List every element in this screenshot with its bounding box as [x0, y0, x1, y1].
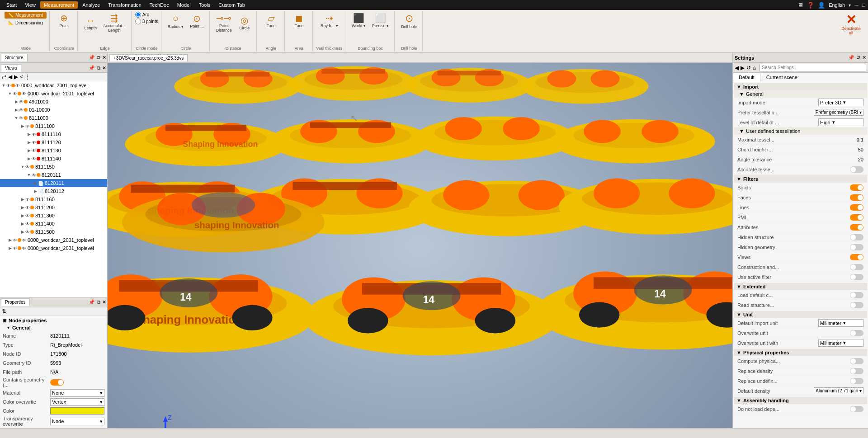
tree-item[interactable]: ▶👁8111110: [0, 130, 107, 138]
pin-props-icon[interactable]: 📌: [89, 299, 95, 305]
tree-item[interactable]: ▶👁8111200: [0, 203, 107, 212]
unit-section-header[interactable]: ▼ Unit: [734, 311, 867, 318]
menu-model[interactable]: Model: [174, 1, 194, 9]
replace-density-toggle[interactable]: [850, 368, 863, 374]
accurate-tess-toggle[interactable]: [850, 166, 863, 173]
tree-item[interactable]: ▼👁8120111: [0, 171, 107, 179]
sort-props-icon[interactable]: ⇅: [2, 308, 6, 315]
chevron-down-icon[interactable]: ▾: [849, 3, 851, 8]
precise-button[interactable]: ⬜ Precise ▾: [369, 12, 392, 30]
tree-item[interactable]: ▶👁8111400: [0, 220, 107, 228]
read-struct-toggle[interactable]: [850, 302, 863, 308]
hidden-struct-toggle[interactable]: [850, 234, 863, 240]
overwrite-unit-toggle[interactable]: [850, 330, 863, 336]
tree-item[interactable]: ▼👁👁0000_worldcar_2001_toplevel: [0, 81, 107, 89]
maximize-icon[interactable]: □: [862, 2, 865, 8]
overwrite-unit-with-dropdown[interactable]: Millimeter ▾: [818, 339, 863, 347]
settings-default-tab[interactable]: Default: [733, 73, 760, 82]
tree-item[interactable]: ▼👁8111150: [0, 163, 107, 171]
float-props-icon[interactable]: ⧉: [97, 299, 100, 305]
help-icon[interactable]: ❓: [807, 2, 814, 9]
prev-icon[interactable]: ◀: [8, 74, 12, 80]
color-swatch[interactable]: [50, 407, 104, 414]
tree-item[interactable]: ▶👁👁0000_worldcar_2001_toplevel: [0, 244, 107, 252]
tree-toggle-icon[interactable]: ▶: [26, 132, 32, 137]
tree-toggle-icon[interactable]: ▶: [26, 156, 32, 161]
monitor-icon[interactable]: 🖥: [797, 2, 803, 9]
tree-toggle-icon[interactable]: ▶: [20, 221, 25, 226]
default-density-dropdown[interactable]: Aluminium (2.71 g/cn ▾: [814, 387, 863, 394]
import-mode-dropdown[interactable]: Prefer 3D ▾: [818, 99, 863, 106]
tree-item[interactable]: ▶👁8111160: [0, 195, 107, 203]
arc-radio[interactable]: Arc: [135, 12, 158, 18]
circle-distance-button[interactable]: ◎ Circle: [236, 14, 254, 32]
settings-nav-back[interactable]: ◀: [735, 65, 739, 71]
dimensioning-mode-button[interactable]: 📐 Dimensioning: [5, 19, 47, 26]
tree-toggle-icon[interactable]: ▼: [14, 116, 19, 120]
general-import-header[interactable]: ▼ General: [734, 90, 867, 98]
length-button[interactable]: ↔ Length: [81, 14, 99, 32]
tree-item[interactable]: ▶📄8120112: [0, 187, 107, 195]
compute-physical-toggle[interactable]: [850, 358, 863, 364]
do-not-load-toggle[interactable]: [850, 406, 863, 412]
tree-toggle-icon[interactable]: ▶: [33, 181, 38, 185]
solids-toggle[interactable]: [850, 184, 863, 191]
pin-settings-icon[interactable]: 📌: [848, 55, 854, 61]
close-views-icon[interactable]: ✕: [102, 65, 106, 71]
tree-toggle-icon[interactable]: ▶: [7, 238, 13, 242]
tree-item[interactable]: ▶👁8111300: [0, 212, 107, 220]
expand-all-icon[interactable]: <: [20, 74, 23, 80]
prefer-tess-dropdown[interactable]: Prefer geometry (BRI ▾: [814, 109, 863, 116]
float-views-icon[interactable]: ⧉: [97, 65, 100, 71]
construction-toggle[interactable]: [850, 264, 863, 270]
tree-toggle-icon[interactable]: ▶: [20, 213, 25, 218]
measurement-mode-button[interactable]: 📏 Measurement: [5, 12, 47, 19]
tree-toggle-icon[interactable]: ▼: [20, 165, 25, 169]
filters-section-header[interactable]: ▼ Filters: [734, 175, 867, 183]
hidden-geom-toggle[interactable]: [850, 244, 863, 250]
tree-item[interactable]: ▶👁8111140: [0, 155, 107, 163]
assembly-section-header[interactable]: ▼ Assembly handling: [734, 397, 867, 404]
world-button[interactable]: ⬛ World ▾: [349, 12, 368, 30]
physical-section-header[interactable]: ▼ Physical properties: [734, 349, 867, 356]
menu-start[interactable]: Start: [3, 1, 20, 9]
lod-dropdown[interactable]: High ▾: [818, 118, 863, 126]
menu-transformation[interactable]: Transformation: [104, 1, 145, 9]
close-settings-icon[interactable]: ✕: [862, 55, 866, 61]
general-props-header[interactable]: ▼ General: [1, 324, 106, 331]
views-tab[interactable]: Views: [1, 64, 21, 72]
structure-tab[interactable]: Structure: [1, 54, 28, 61]
containsgeom-toggle[interactable]: [50, 379, 64, 386]
pin-views-icon[interactable]: 📌: [89, 65, 95, 71]
lines-toggle[interactable]: [850, 204, 863, 211]
active-filter-toggle[interactable]: [850, 274, 863, 280]
import-section-header[interactable]: ▼ Import: [734, 83, 867, 90]
tree-toggle-icon[interactable]: ▶: [20, 205, 25, 210]
settings-search-input[interactable]: [760, 64, 866, 71]
settings-home[interactable]: ⌂: [753, 65, 756, 71]
menu-view[interactable]: View: [21, 1, 39, 9]
tree-item[interactable]: ▶👁8111500: [0, 228, 107, 236]
settings-nav-forward[interactable]: ▶: [741, 65, 745, 71]
properties-tab[interactable]: Properties: [1, 298, 30, 306]
replace-undef-toggle[interactable]: [850, 378, 863, 384]
3d-viewport[interactable]: Shaping Innovation: [108, 63, 732, 428]
node-properties-header[interactable]: ▣ Node properties: [1, 317, 106, 324]
tree-toggle-icon[interactable]: ▶: [20, 230, 25, 234]
tree-item[interactable]: ▶👁8111120: [0, 138, 107, 146]
menu-custom-tab[interactable]: Custom Tab: [215, 1, 249, 9]
default-import-unit-dropdown[interactable]: Millimeter ▾: [818, 319, 863, 327]
material-dropdown[interactable]: None ▾: [50, 389, 104, 397]
tree-toggle-icon[interactable]: ▶: [20, 197, 25, 202]
menu-analyze[interactable]: Analyze: [79, 1, 104, 9]
menu-tools[interactable]: Tools: [195, 1, 214, 9]
user-tess-header[interactable]: ▼ User defined tessellation: [734, 127, 867, 135]
tree-toggle-icon[interactable]: ▶: [26, 148, 32, 153]
settings-refresh[interactable]: ↺: [746, 65, 751, 71]
3points-radio[interactable]: 3 points: [135, 19, 158, 24]
menu-techdoc[interactable]: TechDoc: [146, 1, 173, 9]
tree-item[interactable]: ▶👁4901000: [0, 98, 107, 106]
pin-structure-icon[interactable]: 📌: [89, 55, 95, 61]
extended-section-header[interactable]: ▼ Extended: [734, 283, 867, 290]
views-toggle[interactable]: [850, 254, 863, 260]
